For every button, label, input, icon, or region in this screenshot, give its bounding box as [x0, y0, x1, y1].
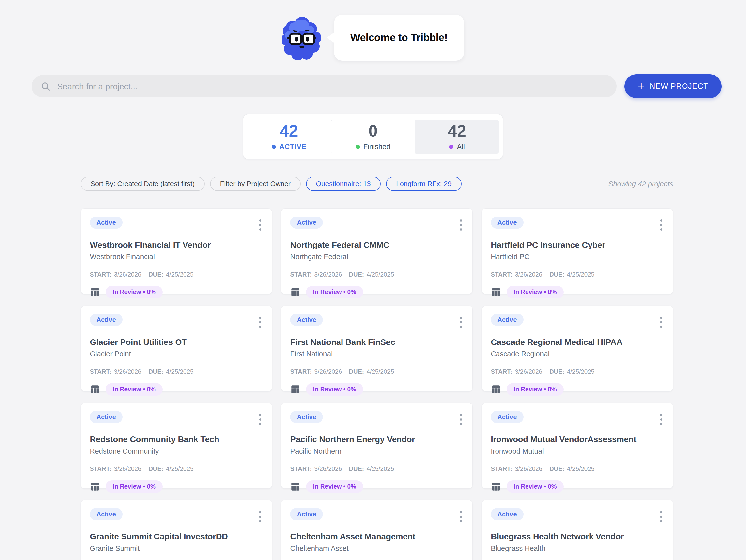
due-date: 4/25/2025 — [367, 368, 394, 375]
kebab-menu-icon[interactable] — [458, 315, 463, 330]
hero-header: Welcome to Tribble! — [0, 0, 746, 60]
project-card[interactable]: Active Ironwood Mutual VendorAssessment … — [482, 403, 673, 488]
progress-pill: In Review • 0% — [106, 480, 163, 493]
project-title: Westbrook Financial IT Vendor — [90, 240, 263, 250]
kebab-menu-icon[interactable] — [258, 412, 263, 427]
questionnaire-table-icon — [290, 384, 300, 395]
due-label: DUE: — [349, 465, 364, 472]
all-dot-icon — [449, 145, 453, 149]
project-title: Northgate Federal CMMC — [290, 240, 463, 250]
questionnaire-table-icon — [290, 287, 300, 297]
due-date: 4/25/2025 — [166, 368, 194, 375]
plus-icon: + — [638, 80, 645, 91]
kebab-menu-icon[interactable] — [659, 509, 664, 524]
status-badge: Active — [491, 314, 523, 326]
project-owner: Redstone Community — [90, 447, 263, 455]
start-label: START: — [290, 465, 312, 472]
start-date: 3/26/2026 — [314, 368, 342, 375]
finished-count: 0 — [369, 123, 378, 139]
project-dates: START: 3/26/2026 DUE: 4/25/2025 — [90, 368, 263, 375]
stats-segment-active[interactable]: 42 ACTIVE — [247, 120, 331, 153]
due-date: 4/25/2025 — [567, 368, 595, 375]
kebab-menu-icon[interactable] — [659, 412, 664, 427]
progress-pill: In Review • 0% — [306, 383, 363, 396]
questionnaire-table-icon — [491, 384, 501, 395]
project-dates: START: 3/26/2026 DUE: 4/25/2025 — [90, 465, 263, 472]
project-dates: START: 3/26/2026 DUE: 4/25/2025 — [491, 465, 664, 472]
longform-rfx-filter-chip[interactable]: Longform RFx: 29 — [386, 176, 462, 191]
stats-segment-all[interactable]: 42 All — [415, 120, 499, 153]
progress-pill: In Review • 0% — [507, 383, 564, 396]
progress-pill: In Review • 0% — [507, 480, 564, 493]
questionnaire-filter-chip[interactable]: Questionnaire: 13 — [306, 176, 381, 191]
all-count: 42 — [448, 123, 466, 139]
kebab-menu-icon[interactable] — [659, 218, 664, 233]
kebab-menu-icon[interactable] — [258, 509, 263, 524]
due-label: DUE: — [148, 271, 164, 278]
progress-pill: In Review • 0% — [106, 286, 163, 298]
project-owner: Bluegrass Health — [491, 544, 664, 553]
project-card[interactable]: Active Cheltenham Asset Management Chelt… — [281, 500, 472, 560]
kebab-menu-icon[interactable] — [458, 509, 463, 524]
project-owner: Cheltenham Asset — [290, 544, 463, 553]
status-badge: Active — [90, 411, 122, 423]
stats-segment-finished[interactable]: 0 Finished — [331, 120, 415, 153]
questionnaire-table-icon — [90, 481, 100, 492]
project-owner: Hartfield PC — [491, 253, 664, 261]
project-grid: Active Westbrook Financial IT Vendor Wes… — [81, 208, 673, 560]
filter-row: Sort By: Created Date (latest first) Fil… — [81, 176, 673, 191]
due-label: DUE: — [549, 271, 565, 278]
progress-pill: In Review • 0% — [306, 480, 363, 493]
questionnaire-table-icon — [90, 287, 100, 297]
kebab-menu-icon[interactable] — [458, 412, 463, 427]
project-owner: Northgate Federal — [290, 253, 463, 261]
project-title: Glacier Point Utilities OT — [90, 337, 263, 347]
project-dates: START: 3/26/2026 DUE: 4/25/2025 — [90, 271, 263, 278]
search-input-wrapper[interactable] — [32, 75, 616, 97]
start-date: 3/26/2026 — [314, 465, 342, 472]
kebab-menu-icon[interactable] — [258, 218, 263, 233]
project-card[interactable]: Active Cascade Regional Medical HIPAA Ca… — [482, 306, 673, 391]
project-title: Granite Summit Capital InvestorDD — [90, 532, 263, 541]
questionnaire-table-icon — [491, 481, 501, 492]
project-card[interactable]: Active Granite Summit Capital InvestorDD… — [81, 500, 272, 560]
status-badge: Active — [491, 411, 523, 423]
questionnaire-table-icon — [290, 481, 300, 492]
due-label: DUE: — [549, 465, 565, 472]
project-dates: START: 3/26/2026 DUE: 4/25/2025 — [491, 368, 664, 375]
due-label: DUE: — [349, 368, 364, 375]
project-card[interactable]: Active Glacier Point Utilities OT Glacie… — [81, 306, 272, 391]
status-badge: Active — [491, 217, 523, 229]
new-project-button[interactable]: + NEW PROJECT — [625, 75, 722, 98]
due-date: 4/25/2025 — [166, 271, 194, 278]
status-badge: Active — [290, 314, 323, 326]
due-label: DUE: — [148, 465, 164, 472]
project-card[interactable]: Active Westbrook Financial IT Vendor Wes… — [81, 208, 272, 294]
sort-by-chip[interactable]: Sort By: Created Date (latest first) — [81, 176, 205, 191]
start-date: 3/26/2026 — [515, 271, 542, 278]
project-card[interactable]: Active Redstone Community Bank Tech Reds… — [81, 403, 272, 488]
start-label: START: — [290, 271, 312, 278]
search-input[interactable] — [57, 81, 613, 91]
status-badge: Active — [491, 508, 523, 520]
start-label: START: — [491, 465, 512, 472]
project-card[interactable]: Active Pacific Northern Energy Vendor Pa… — [281, 403, 472, 488]
project-owner: Westbrook Financial — [90, 253, 263, 261]
project-owner: Pacific Northern — [290, 447, 463, 455]
search-row: + NEW PROJECT — [32, 75, 722, 98]
start-date: 3/26/2026 — [114, 368, 141, 375]
project-card[interactable]: Active Hartfield PC Insurance Cyber Hart… — [482, 208, 673, 294]
start-label: START: — [491, 271, 512, 278]
status-badge: Active — [90, 217, 122, 229]
project-card[interactable]: Active Northgate Federal CMMC Northgate … — [281, 208, 472, 294]
kebab-menu-icon[interactable] — [659, 315, 664, 330]
project-title: Hartfield PC Insurance Cyber — [491, 240, 664, 250]
kebab-menu-icon[interactable] — [258, 315, 263, 330]
project-card[interactable]: Active First National Bank FinSec First … — [281, 306, 472, 391]
questionnaire-table-icon — [491, 287, 501, 297]
filter-chips: Sort By: Created Date (latest first) Fil… — [81, 176, 462, 191]
project-card[interactable]: Active Bluegrass Health Network Vendor B… — [482, 500, 673, 560]
kebab-menu-icon[interactable] — [458, 218, 463, 233]
status-badge: Active — [290, 217, 323, 229]
filter-owner-chip[interactable]: Filter by Project Owner — [210, 176, 300, 191]
